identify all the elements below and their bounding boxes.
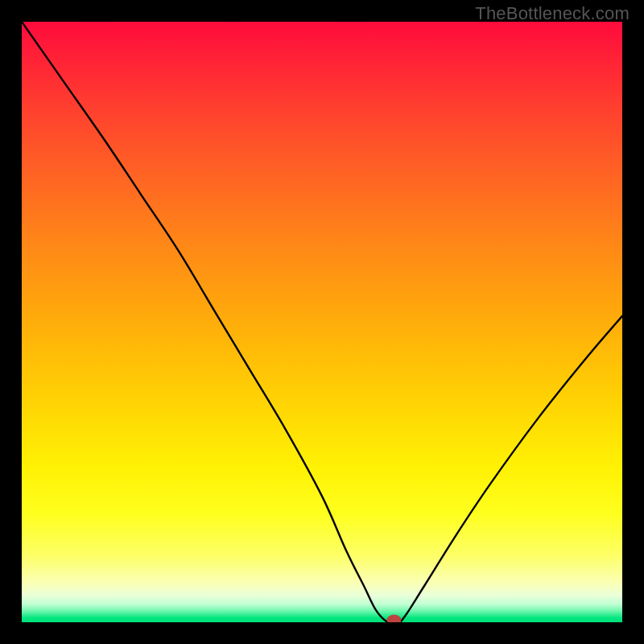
chart-frame: TheBottleneck.com: [0, 0, 644, 644]
bottleneck-curve-path: [22, 22, 622, 622]
plot-area: [22, 22, 622, 622]
min-marker: [387, 615, 402, 622]
chart-svg: [22, 22, 622, 622]
watermark-text: TheBottleneck.com: [475, 3, 630, 24]
